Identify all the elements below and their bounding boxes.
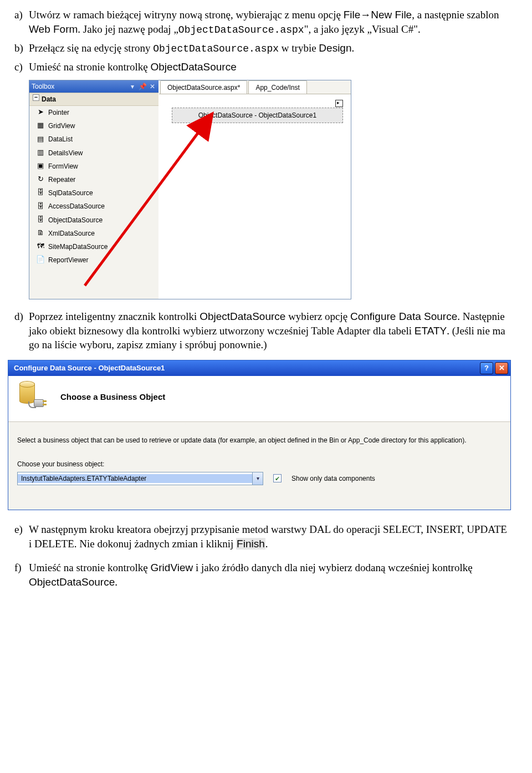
formview-icon: ▣ — [36, 161, 45, 170]
help-button[interactable]: ? — [480, 362, 493, 374]
toolbox-item-label: ObjectDataSource — [48, 216, 103, 224]
gridview-icon: ▦ — [36, 121, 45, 130]
close-icon[interactable]: ✕ — [149, 83, 156, 90]
toolbox-panel: Toolbox ▾ 📌 ✕ Data ➤Pointer▦GridView▤Dat… — [29, 80, 159, 299]
show-only-checkbox[interactable]: ✔ — [273, 474, 282, 482]
sitemapdatasource-icon: 🗺 — [36, 242, 45, 251]
choose-label: Choose your business object: — [17, 460, 502, 469]
toolbox-group-data[interactable]: Data — [29, 93, 158, 106]
toolbox-item-sitemapdatasource[interactable]: 🗺SiteMapDataSource — [29, 240, 158, 253]
repeater-icon: ↻ — [36, 175, 45, 184]
show-only-label: Show only data components — [291, 474, 375, 483]
toolbox-item-detailsview[interactable]: ▥DetailsView — [29, 146, 158, 160]
toolbox-item-formview[interactable]: ▣FormView — [29, 160, 158, 173]
toolbox-item-label: AccessDataSource — [48, 202, 105, 210]
wizard-description: Select a business object that can be use… — [17, 435, 502, 445]
pin-icon[interactable]: 📌 — [139, 83, 146, 90]
objectdatasource-control[interactable]: ObjectDataSource - ObjectDataSource1 — [172, 108, 343, 123]
toolbox-item-pointer[interactable]: ➤Pointer — [29, 106, 158, 119]
tab-objectdatasource[interactable]: ObjectDataSource.aspx* — [160, 80, 247, 94]
toolbox-title: Toolbox — [32, 82, 126, 91]
toolbox-item-label: Pointer — [48, 109, 69, 116]
toolbox-item-accessdatasource[interactable]: 🗄AccessDataSource — [29, 200, 158, 213]
toolbox-titlebar: Toolbox ▾ 📌 ✕ — [29, 80, 158, 93]
toolbox-item-repeater[interactable]: ↻Repeater — [29, 173, 158, 186]
business-object-combo[interactable]: InstytutTableAdapters.ETATYTableAdapter … — [17, 472, 263, 485]
toolbox-item-label: XmlDataSource — [48, 230, 95, 237]
objectdatasource-icon: 🗄 — [36, 215, 45, 224]
toolbox-item-label: DataList — [48, 135, 73, 143]
reportviewer-icon: 📄 — [36, 255, 45, 264]
wizard-titlebar: Configure Data Source - ObjectDataSource… — [8, 360, 510, 376]
toolbox-item-label: GridView — [48, 122, 75, 130]
vs-toolbox-screenshot: Toolbox ▾ 📌 ✕ Data ➤Pointer▦GridView▤Dat… — [29, 80, 351, 299]
list-item-d: d) Poprzez inteligentny znacznik kontrol… — [29, 309, 511, 352]
list-item-b: b) Przełącz się na edycję strony ObjectD… — [29, 41, 511, 55]
toolbox-item-xmldatasource[interactable]: 🗎XmlDataSource — [29, 227, 158, 240]
close-button[interactable]: ✕ — [495, 362, 508, 374]
detailsview-icon: ▥ — [36, 148, 45, 157]
database-plug-icon — [17, 382, 48, 413]
smart-tag-icon[interactable] — [335, 100, 343, 107]
wizard-header: Choose a Business Object — [8, 376, 510, 422]
dropdown-icon[interactable]: ▾ — [129, 83, 136, 90]
chevron-down-icon[interactable]: ▾ — [252, 472, 263, 485]
toolbox-item-objectdatasource[interactable]: 🗄ObjectDataSource — [29, 213, 158, 227]
toolbox-item-label: FormView — [48, 162, 78, 170]
toolbox-item-label: SiteMapDataSource — [48, 243, 108, 251]
combo-value: InstytutTableAdapters.ETATYTableAdapter — [18, 474, 252, 483]
wizard-screenshot: Configure Data Source - ObjectDataSource… — [8, 360, 511, 510]
datalist-icon: ▤ — [36, 134, 45, 143]
wizard-heading: Choose a Business Object — [60, 391, 165, 403]
list-item-f: f) Umieść na stronie kontrolkę GridView … — [29, 561, 511, 589]
toolbox-item-label: Repeater — [48, 176, 75, 184]
list-item-c: c) Umieść na stronie kontrolkę ObjectDat… — [29, 60, 511, 74]
toolbox-item-label: DetailsView — [48, 149, 83, 157]
design-canvas[interactable]: ObjectDataSource - ObjectDataSource1 — [158, 94, 351, 299]
toolbox-item-sqldatasource[interactable]: 🗄SqlDataSource — [29, 186, 158, 200]
pointer-icon: ➤ — [36, 108, 45, 116]
accessdatasource-icon: 🗄 — [36, 201, 45, 210]
xmldatasource-icon: 🗎 — [36, 228, 45, 237]
toolbox-item-gridview[interactable]: ▦GridView — [29, 119, 158, 133]
wizard-title: Configure Data Source - ObjectDataSource… — [14, 363, 478, 373]
toolbox-item-label: SqlDataSource — [48, 189, 93, 197]
list-item-e: e) W następnym kroku kreatora obejrzyj p… — [29, 522, 511, 551]
document-tabs: ObjectDataSource.aspx* App_Code/Inst — [159, 80, 351, 94]
tab-appcode[interactable]: App_Code/Inst — [248, 80, 306, 94]
list-item-a: a) Utwórz w ramach bieżącej witryny nową… — [29, 8, 511, 37]
toolbox-item-datalist[interactable]: ▤DataList — [29, 133, 158, 146]
toolbox-item-reportviewer[interactable]: 📄ReportViewer — [29, 253, 158, 267]
sqldatasource-icon: 🗄 — [36, 188, 45, 197]
toolbox-item-label: ReportViewer — [48, 256, 88, 264]
